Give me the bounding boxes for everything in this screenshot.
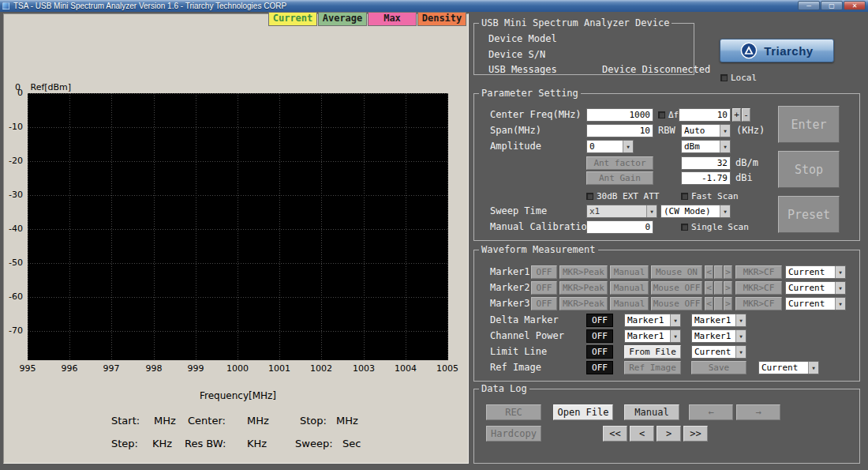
chevron-down-icon[interactable]: ▼ (720, 125, 730, 137)
center-freq-input[interactable] (586, 108, 653, 122)
ext-att-checkbox[interactable]: 30dB EXT ATT (586, 190, 659, 203)
marker1-trace-dropdown[interactable]: Current ▼ (785, 265, 846, 279)
minimize-button[interactable]: ─ (798, 1, 820, 10)
ant-gain-button[interactable]: Ant Gain (586, 171, 653, 185)
manual-log-button[interactable]: Manual (624, 404, 679, 420)
limit-line-trace-dropdown[interactable]: Current ▼ (691, 345, 746, 359)
rbw-dropdown[interactable]: Auto ▼ (681, 124, 731, 137)
marker2-mkr-peak-button[interactable]: MKR>Peak (559, 281, 608, 295)
tab-density[interactable]: Density (417, 12, 466, 26)
amplitude-unit-dropdown[interactable]: dBm ▼ (681, 140, 731, 153)
maximize-button[interactable]: ▢ (821, 1, 843, 10)
stop-label: Stop: (300, 415, 327, 427)
log-first-button[interactable]: << (603, 426, 627, 442)
marker3-trace-dropdown[interactable]: Current ▼ (785, 297, 846, 310)
marker3-mkr-cf-button[interactable]: MKR>CF (735, 297, 782, 310)
marker3-step-mid-button[interactable] (714, 297, 723, 310)
chevron-down-icon[interactable]: ▼ (735, 314, 746, 326)
chevron-down-icon[interactable]: ▼ (835, 282, 845, 294)
chevron-down-icon[interactable]: ▼ (646, 205, 657, 217)
marker2-manual-button[interactable]: Manual (610, 281, 649, 295)
close-button[interactable]: ✕ (844, 1, 866, 10)
marker1-step-mid-button[interactable] (714, 265, 723, 279)
limit-line-from-file-button[interactable]: From File (624, 345, 681, 359)
log-prev-button[interactable]: < (630, 426, 654, 442)
marker1-step-left-button[interactable]: < (705, 265, 713, 279)
chevron-down-icon[interactable]: ▼ (835, 266, 845, 278)
log-forward-button[interactable]: → (736, 404, 780, 420)
channel-power-a-dropdown[interactable]: Marker1 ▼ (624, 329, 681, 343)
log-next-button[interactable]: > (657, 426, 681, 442)
ref-image-off-button[interactable]: OFF (586, 361, 613, 374)
delta-marker-a-dropdown[interactable]: Marker1 ▼ (624, 314, 681, 327)
marker3-mkr-peak-button[interactable]: MKR>Peak (559, 297, 608, 310)
sweep-time-dropdown[interactable]: x1 ▼ (586, 205, 657, 218)
marker3-step-right-button[interactable]: > (724, 297, 732, 310)
checkbox-icon (681, 224, 688, 231)
marker1-step-right-button[interactable]: > (724, 265, 732, 279)
marker2-step-mid-button[interactable] (714, 281, 723, 295)
single-scan-checkbox[interactable]: Single Scan (681, 220, 749, 234)
channel-power-off-button[interactable]: OFF (586, 329, 613, 343)
tab-average[interactable]: Average (318, 12, 367, 26)
channel-power-b-dropdown[interactable]: Marker1 ▼ (691, 329, 746, 343)
manual-calibration-input[interactable] (586, 220, 653, 234)
delta-marker-off-button[interactable]: OFF (586, 314, 613, 327)
log-back-button[interactable]: ← (689, 404, 733, 420)
ant-factor-button[interactable]: Ant factor (586, 156, 653, 170)
tab-max[interactable]: Max (368, 12, 417, 26)
open-file-button[interactable]: Open File (553, 404, 613, 420)
ant-factor-input[interactable] (681, 156, 731, 170)
rbw-unit-label: (KHz) (736, 124, 765, 137)
fast-scan-checkbox[interactable]: Fast Scan (681, 190, 739, 203)
tab-current[interactable]: Current (268, 12, 317, 26)
sweep-mode-dropdown[interactable]: (CW Mode) ▼ (660, 205, 731, 218)
marker2-off-button[interactable]: OFF (531, 281, 557, 295)
chevron-down-icon[interactable]: ▼ (720, 205, 730, 217)
span-input[interactable] (586, 124, 653, 137)
chevron-down-icon[interactable]: ▼ (808, 362, 818, 374)
limit-line-off-button[interactable]: OFF (586, 345, 613, 359)
stop-button[interactable]: Stop (778, 151, 840, 188)
marker3-step-left-button[interactable]: < (705, 297, 713, 310)
chevron-down-icon[interactable]: ▼ (670, 314, 680, 326)
amplitude-dropdown[interactable]: 0 ▼ (586, 140, 634, 153)
step-plus-button[interactable]: + (732, 108, 741, 122)
ant-gain-input[interactable] (681, 171, 731, 185)
marker1-manual-button[interactable]: Manual (610, 265, 649, 279)
marker2-mkr-cf-button[interactable]: MKR>CF (735, 281, 782, 295)
rec-button[interactable]: REC (486, 404, 541, 420)
freq-step-input[interactable] (679, 108, 731, 122)
delta-marker-b-dropdown[interactable]: Marker1 ▼ (691, 314, 746, 327)
marker2-trace-dropdown[interactable]: Current ▼ (785, 281, 846, 295)
marker2-row: Marker2 OFF MKR>Peak Manual Mouse OFF < … (474, 281, 859, 295)
hardcopy-button[interactable]: Hardcopy (486, 426, 541, 442)
chevron-down-icon[interactable]: ▼ (720, 141, 730, 152)
delta-f-checkbox[interactable]: Δf (658, 108, 679, 122)
marker3-manual-button[interactable]: Manual (610, 297, 649, 310)
data-log-row-1: REC Open File Manual ← → (474, 404, 859, 420)
chevron-down-icon[interactable]: ▼ (735, 330, 746, 342)
enter-button[interactable]: Enter (778, 106, 840, 143)
marker3-mouse-button[interactable]: Mouse OFF (651, 297, 702, 310)
marker1-mkr-cf-button[interactable]: MKR>CF (735, 265, 782, 279)
marker2-step-left-button[interactable]: < (705, 281, 713, 295)
marker2-mouse-button[interactable]: Mouse OFF (651, 281, 702, 295)
ref-image-trace-dropdown[interactable]: Current ▼ (758, 361, 819, 374)
step-minus-button[interactable]: - (742, 108, 750, 122)
marker3-off-button[interactable]: OFF (531, 297, 557, 310)
chevron-down-icon[interactable]: ▼ (735, 346, 746, 358)
log-last-button[interactable]: >> (683, 426, 708, 442)
marker2-step-right-button[interactable]: > (724, 281, 732, 295)
marker1-mkr-peak-button[interactable]: MKR>Peak (559, 265, 608, 279)
chevron-down-icon[interactable]: ▼ (835, 298, 845, 310)
ref-image-save-button[interactable]: Save (691, 361, 746, 374)
chevron-down-icon[interactable]: ▼ (623, 141, 633, 152)
chevron-down-icon[interactable]: ▼ (670, 330, 680, 342)
preset-button[interactable]: Preset (778, 196, 840, 233)
marker1-mouse-button[interactable]: Mouse ON (651, 265, 702, 279)
ref-image-button[interactable]: Ref Image (624, 361, 681, 374)
marker1-off-button[interactable]: OFF (531, 265, 557, 279)
triarchy-logo-button[interactable]: Triarchy (720, 39, 834, 62)
local-checkbox[interactable]: Local (720, 71, 757, 85)
